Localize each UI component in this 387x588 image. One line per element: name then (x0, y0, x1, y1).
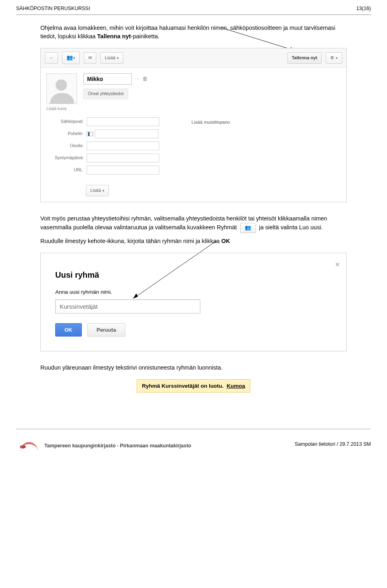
add-field-label: Lisää (90, 187, 101, 194)
birthday-label: Syntymäpäivä (46, 155, 83, 161)
contact-editor-screenshot: ← 👥 ✉ Lisää Tallenna nyt ⚙ Lisää kuva (40, 48, 347, 202)
own-details-tab[interactable]: Omat yhteystiedot (83, 89, 128, 99)
undo-link[interactable]: Kumoa (227, 383, 245, 389)
groups-icon: 👥 (245, 224, 250, 232)
save-now-ref: Tallenna nyt (97, 33, 131, 39)
text: Ohjelma avaa lomakkeen, mihin voit kirjo… (40, 25, 335, 39)
page-number: 13(16) (356, 5, 371, 12)
library-name: Tampereen kaupunginkirjasto · Pirkanmaan… (44, 442, 191, 449)
groups-button[interactable]: 👥 (62, 52, 80, 64)
groups-paragraph: Voit myös perustaa yhteystietoihisi ryhm… (40, 214, 347, 233)
name-more-icon[interactable]: ··· (135, 75, 139, 82)
url-label: URL (46, 167, 83, 173)
phone-input[interactable] (95, 129, 158, 138)
birthday-input[interactable] (87, 154, 159, 162)
more-label: Lisää (105, 55, 115, 61)
groups-inline-button[interactable]: 👥 (240, 223, 256, 233)
phone-label: Puhelin (46, 131, 83, 137)
mail-button[interactable]: ✉ (84, 52, 96, 64)
library-logo-icon (16, 440, 39, 451)
toast-text: Ryhmä Kurssinvetäjät on luotu. (142, 383, 224, 389)
back-button[interactable]: ← (45, 52, 58, 64)
delete-icon[interactable]: 🗑 (142, 75, 148, 83)
avatar-placeholder[interactable] (46, 73, 77, 104)
footer-right: Sampolan tietotori / 29.7.2013 SM (295, 440, 371, 448)
settings-button[interactable]: ⚙ (326, 52, 342, 64)
email-input[interactable] (87, 117, 159, 126)
new-group-dialog-screenshot: × Uusi ryhmä Anna uusi ryhmän nimi. OK P… (40, 253, 347, 351)
dialog-title: Uusi ryhmä (55, 269, 332, 281)
add-field-button[interactable]: Lisää (86, 185, 109, 196)
email-label: Sähköposti (46, 118, 83, 125)
header-divider (16, 15, 371, 15)
text: -painiketta. (131, 33, 160, 39)
add-photo-link[interactable]: Lisää kuva (46, 106, 77, 112)
url-input[interactable] (87, 166, 159, 175)
group-name-input[interactable] (55, 299, 200, 314)
save-now-button[interactable]: Tallenna nyt (287, 52, 322, 64)
ok-button[interactable]: OK (55, 323, 82, 337)
flag-finland-icon (87, 132, 93, 136)
text: ja sieltä valinta Luo uusi. (259, 224, 323, 231)
dialog-subtitle: Anna uusi ryhmän nimi. (55, 288, 332, 296)
contact-name-input[interactable] (83, 73, 132, 85)
add-note-label[interactable]: Lisää muistiinpano (191, 119, 341, 126)
more-button[interactable]: Lisää (100, 52, 123, 64)
dialog-intro-paragraph: Ruudulle ilmestyy kehote-ikkuna, kirjoit… (40, 237, 347, 245)
avatar-section: Lisää kuva (46, 73, 77, 112)
cancel-button[interactable]: Peruuta (87, 323, 125, 337)
close-icon[interactable]: × (335, 259, 340, 270)
address-input[interactable] (87, 141, 159, 150)
group-created-toast: Ryhmä Kurssinvetäjät on luotu. Kumoa (137, 379, 250, 393)
toast-paragraph: Ruudun yläreunaan ilmestyy tekstirivi on… (40, 364, 347, 372)
text: Ruudulle ilmestyy kehote-ikkuna, kirjoit… (40, 238, 221, 244)
address-label: Osoite (46, 143, 83, 149)
intro-paragraph: Ohjelma avaa lomakkeen, mihin voit kirjo… (40, 24, 347, 41)
groups-icon: 👥 (67, 54, 72, 62)
doc-title: SÄHKÖPOSTIN PERUSKURSSI (16, 5, 90, 12)
ok-ref: OK (221, 238, 230, 244)
